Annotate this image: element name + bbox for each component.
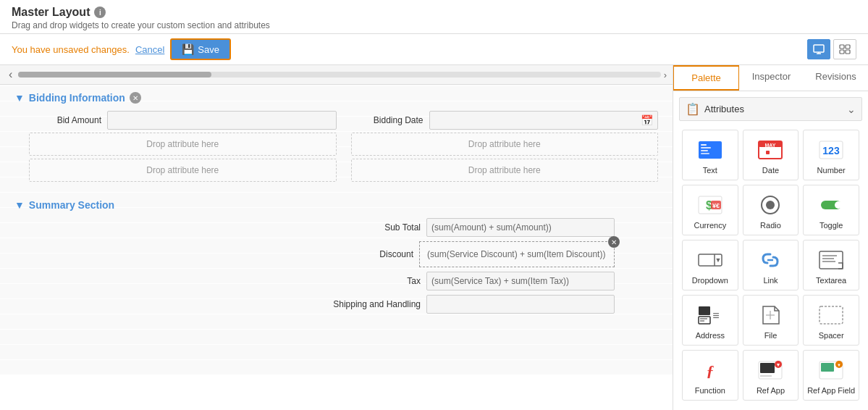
tab-inspector[interactable]: Inspector xyxy=(739,65,804,91)
summary-grid: Sub Total Discount ✕ Tax xyxy=(29,218,658,314)
date-widget-icon: MAY xyxy=(757,137,783,163)
svg-point-25 xyxy=(835,201,842,209)
widget-spacer[interactable]: Spacer xyxy=(803,295,859,346)
svg-rect-35 xyxy=(699,317,710,324)
attributes-title: 📋 Attributes xyxy=(686,102,744,116)
widget-function[interactable]: ƒ Function xyxy=(682,350,738,401)
svg-rect-14 xyxy=(766,151,770,154)
panel-content: 📋 Attributes ⌄ Text xyxy=(673,91,868,410)
address-widget-icon: ≡ xyxy=(697,302,723,328)
subtotal-input[interactable] xyxy=(426,218,615,237)
canvas-scroll-top: ‹ › xyxy=(0,65,673,85)
drop-zone-1[interactable]: Drop attribute here xyxy=(29,133,337,156)
section-toggle-summary[interactable]: ▼ xyxy=(14,199,25,211)
svg-text:▼: ▼ xyxy=(776,362,781,367)
svg-rect-0 xyxy=(814,45,824,52)
save-button[interactable]: 💾 Save xyxy=(170,38,231,60)
section-close-bidding[interactable]: ✕ xyxy=(130,92,141,104)
scroll-left-arrow[interactable]: ‹ xyxy=(6,68,15,81)
section-header-summary: ▼ Summary Section xyxy=(14,199,658,211)
info-icon[interactable]: i xyxy=(94,7,106,18)
discount-input[interactable] xyxy=(423,245,611,264)
header-subtitle: Drag and drop widgets to create your cus… xyxy=(12,20,856,30)
link-widget-icon xyxy=(757,247,783,273)
dropdown-widget-icon: ▼ xyxy=(697,247,723,273)
discount-close-button[interactable]: ✕ xyxy=(608,236,620,248)
svg-rect-6 xyxy=(846,50,850,54)
grid-view-button[interactable] xyxy=(833,39,856,59)
svg-text:▼: ▼ xyxy=(837,363,841,367)
spacer-widget-icon xyxy=(818,302,844,328)
refappfield-widget-icon: ▼ xyxy=(818,357,844,383)
grid-icon xyxy=(839,44,851,54)
attributes-label: Attributes xyxy=(704,104,744,114)
drop-zone-2[interactable]: Drop attribute here xyxy=(29,159,337,182)
svg-rect-44 xyxy=(760,363,775,373)
svg-text:▼: ▼ xyxy=(715,256,721,264)
svg-rect-3 xyxy=(840,45,844,49)
tab-palette[interactable]: Palette xyxy=(673,65,739,91)
svg-rect-8 xyxy=(701,144,707,146)
dropdown-widget-label: Dropdown xyxy=(692,276,728,285)
section-toggle-bidding[interactable]: ▼ xyxy=(14,92,25,104)
attributes-header: 📋 Attributes ⌄ xyxy=(679,97,862,121)
app-container: Master Layout i Drag and drop widgets to… xyxy=(0,0,868,410)
widget-radio[interactable]: Radio xyxy=(743,185,799,235)
number-widget-label: Number xyxy=(817,166,846,175)
attributes-collapse-arrow[interactable]: ⌄ xyxy=(847,104,856,115)
drop-zone-4[interactable]: Drop attribute here xyxy=(351,159,659,182)
widget-textarea[interactable]: Textarea xyxy=(803,240,859,290)
refapp-widget-icon: ▼ xyxy=(757,357,783,383)
svg-text:MAY: MAY xyxy=(765,143,776,148)
save-icon: 💾 xyxy=(182,43,194,55)
widget-text[interactable]: Text xyxy=(682,130,738,180)
widget-address[interactable]: ≡ Address xyxy=(682,295,738,346)
widget-date[interactable]: MAY Date xyxy=(743,130,799,180)
tab-revisions[interactable]: Revisions xyxy=(804,65,868,91)
scroll-right-arrow[interactable]: › xyxy=(664,70,667,80)
section-header-bidding: ▼ Bidding Information ✕ xyxy=(14,92,658,104)
widget-link[interactable]: Link xyxy=(743,240,799,290)
widget-toggle[interactable]: Toggle xyxy=(803,185,859,235)
calendar-icon[interactable]: 📅 xyxy=(641,114,653,126)
svg-text:123: 123 xyxy=(822,145,840,156)
currency-widget-icon: $¥€ xyxy=(697,192,723,218)
svg-text:ƒ: ƒ xyxy=(706,361,714,380)
bidding-date-input[interactable]: 📅 xyxy=(429,111,659,130)
section-title-bidding: Bidding Information xyxy=(29,92,125,104)
discount-label: Discount xyxy=(305,249,413,259)
widget-refappfield[interactable]: ▼ Ref App Field xyxy=(803,350,859,401)
right-panel: Palette Inspector Revisions 📋 Attributes… xyxy=(673,65,868,410)
cancel-link[interactable]: Cancel xyxy=(135,44,164,55)
widget-currency[interactable]: $¥€ Currency xyxy=(682,185,738,235)
main-content: ‹ › ▼ Bidding Information ✕ xyxy=(0,65,868,410)
drop-zone-3[interactable]: Drop attribute here xyxy=(351,133,659,156)
scroll-track[interactable] xyxy=(18,72,660,78)
desktop-view-button[interactable] xyxy=(807,39,830,59)
refapp-widget-label: Ref App xyxy=(757,386,785,395)
widget-grid: Text MAY Date 123 Number xyxy=(679,127,862,403)
canvas: ▼ Bidding Information ✕ Bid Amount Drop … xyxy=(0,85,673,375)
toggle-widget-icon xyxy=(818,192,844,218)
subtotal-label: Sub Total xyxy=(312,222,421,233)
tax-input[interactable] xyxy=(426,272,615,290)
widget-number[interactable]: 123 Number xyxy=(803,130,859,180)
widget-file[interactable]: File xyxy=(743,295,799,346)
desktop-icon xyxy=(813,44,825,54)
number-widget-icon: 123 xyxy=(818,137,844,163)
shipping-input[interactable] xyxy=(426,295,615,314)
shipping-row: Shipping and Handling xyxy=(29,295,658,314)
discount-row: Discount ✕ xyxy=(29,241,658,267)
svg-rect-11 xyxy=(701,153,709,154)
svg-rect-10 xyxy=(701,150,708,151)
function-widget-icon: ƒ xyxy=(697,357,723,383)
widget-dropdown[interactable]: ▼ Dropdown xyxy=(682,240,738,290)
view-icons xyxy=(807,39,856,59)
bid-amount-input[interactable] xyxy=(107,111,337,130)
header-title-row: Master Layout i xyxy=(12,6,856,19)
file-widget-icon xyxy=(757,302,783,328)
function-widget-label: Function xyxy=(695,386,725,395)
spacer-widget-label: Spacer xyxy=(819,331,844,340)
widget-refapp[interactable]: ▼ Ref App xyxy=(743,350,799,401)
bid-amount-field: Bid Amount Drop attribute here Drop attr… xyxy=(29,111,337,185)
